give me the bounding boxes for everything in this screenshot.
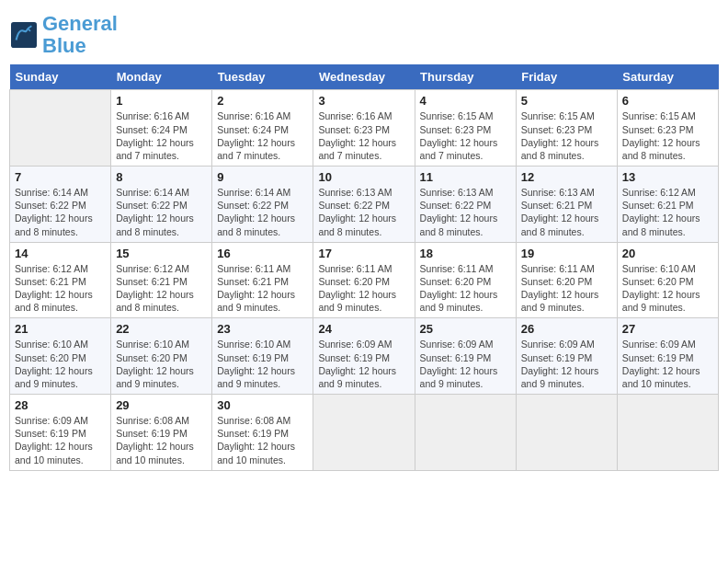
day-info: Sunrise: 6:15 AM Sunset: 6:23 PM Dayligh…: [420, 109, 511, 162]
logo: General Blue: [9, 13, 118, 57]
day-info: Sunrise: 6:09 AM Sunset: 6:19 PM Dayligh…: [15, 414, 106, 466]
day-info: Sunrise: 6:16 AM Sunset: 6:23 PM Dayligh…: [318, 109, 409, 162]
day-header-monday: Monday: [111, 64, 212, 90]
day-number: 16: [217, 247, 308, 260]
calendar-cell: 30Sunrise: 6:08 AM Sunset: 6:19 PM Dayli…: [212, 395, 313, 471]
day-number: 7: [15, 170, 106, 184]
calendar-cell: 29Sunrise: 6:08 AM Sunset: 6:19 PM Dayli…: [111, 395, 212, 471]
calendar-cell: 21Sunrise: 6:10 AM Sunset: 6:20 PM Dayli…: [10, 318, 111, 395]
day-number: 25: [420, 322, 511, 336]
calendar-week-4: 21Sunrise: 6:10 AM Sunset: 6:20 PM Dayli…: [10, 318, 719, 395]
day-number: 12: [521, 170, 612, 184]
day-info: Sunrise: 6:10 AM Sunset: 6:20 PM Dayligh…: [15, 338, 106, 390]
calendar-cell: 15Sunrise: 6:12 AM Sunset: 6:21 PM Dayli…: [111, 242, 212, 318]
calendar-cell: 5Sunrise: 6:15 AM Sunset: 6:23 PM Daylig…: [516, 90, 617, 167]
calendar-cell: 20Sunrise: 6:10 AM Sunset: 6:20 PM Dayli…: [617, 242, 718, 318]
calendar-week-3: 14Sunrise: 6:12 AM Sunset: 6:21 PM Dayli…: [10, 242, 719, 318]
day-info: Sunrise: 6:11 AM Sunset: 6:20 PM Dayligh…: [420, 262, 511, 315]
day-number: 28: [15, 398, 106, 412]
day-number: 4: [420, 94, 511, 108]
calendar-table: SundayMondayTuesdayWednesdayThursdayFrid…: [9, 64, 719, 470]
calendar-cell: 6Sunrise: 6:15 AM Sunset: 6:23 PM Daylig…: [617, 90, 718, 167]
day-info: Sunrise: 6:14 AM Sunset: 6:22 PM Dayligh…: [116, 186, 207, 238]
calendar-cell: 9Sunrise: 6:14 AM Sunset: 6:22 PM Daylig…: [212, 167, 313, 243]
day-info: Sunrise: 6:11 AM Sunset: 6:20 PM Dayligh…: [318, 262, 409, 315]
calendar-cell: 19Sunrise: 6:11 AM Sunset: 6:20 PM Dayli…: [516, 242, 617, 318]
day-header-friday: Friday: [516, 64, 617, 90]
day-header-sunday: Sunday: [10, 64, 111, 90]
calendar-cell: 18Sunrise: 6:11 AM Sunset: 6:20 PM Dayli…: [415, 242, 516, 318]
day-info: Sunrise: 6:10 AM Sunset: 6:20 PM Dayligh…: [622, 262, 713, 315]
calendar-cell: 28Sunrise: 6:09 AM Sunset: 6:19 PM Dayli…: [10, 395, 111, 471]
logo-icon: [11, 22, 37, 48]
calendar-cell: 23Sunrise: 6:10 AM Sunset: 6:19 PM Dayli…: [212, 318, 313, 395]
day-number: 24: [318, 322, 409, 336]
calendar-cell: [617, 395, 718, 471]
day-info: Sunrise: 6:08 AM Sunset: 6:19 PM Dayligh…: [217, 414, 308, 466]
calendar-cell: 27Sunrise: 6:09 AM Sunset: 6:19 PM Dayli…: [617, 318, 718, 395]
day-info: Sunrise: 6:09 AM Sunset: 6:19 PM Dayligh…: [318, 338, 409, 390]
day-number: 9: [217, 170, 308, 184]
day-info: Sunrise: 6:16 AM Sunset: 6:24 PM Dayligh…: [116, 109, 207, 162]
calendar-body: 1Sunrise: 6:16 AM Sunset: 6:24 PM Daylig…: [10, 90, 719, 470]
day-number: 15: [116, 247, 207, 260]
calendar-week-5: 28Sunrise: 6:09 AM Sunset: 6:19 PM Dayli…: [10, 395, 719, 471]
day-number: 11: [420, 170, 511, 184]
day-info: Sunrise: 6:09 AM Sunset: 6:19 PM Dayligh…: [521, 338, 612, 390]
day-number: 30: [217, 398, 308, 412]
calendar-cell: 17Sunrise: 6:11 AM Sunset: 6:20 PM Dayli…: [313, 242, 415, 318]
day-info: Sunrise: 6:12 AM Sunset: 6:21 PM Dayligh…: [15, 262, 106, 315]
day-number: 1: [116, 94, 207, 108]
day-info: Sunrise: 6:15 AM Sunset: 6:23 PM Dayligh…: [521, 109, 612, 162]
calendar-cell: [516, 395, 617, 471]
day-number: 20: [622, 247, 713, 260]
day-info: Sunrise: 6:09 AM Sunset: 6:19 PM Dayligh…: [420, 338, 511, 390]
day-info: Sunrise: 6:11 AM Sunset: 6:20 PM Dayligh…: [521, 262, 612, 315]
day-number: 29: [116, 398, 207, 412]
day-info: Sunrise: 6:15 AM Sunset: 6:23 PM Dayligh…: [622, 109, 713, 162]
day-header-thursday: Thursday: [415, 64, 516, 90]
day-number: 13: [622, 170, 713, 184]
calendar-cell: 10Sunrise: 6:13 AM Sunset: 6:22 PM Dayli…: [313, 167, 415, 243]
day-number: 18: [420, 247, 511, 260]
day-info: Sunrise: 6:16 AM Sunset: 6:24 PM Dayligh…: [217, 109, 308, 162]
page-header: General Blue: [9, 9, 719, 57]
calendar-week-2: 7Sunrise: 6:14 AM Sunset: 6:22 PM Daylig…: [10, 167, 719, 243]
calendar-cell: 7Sunrise: 6:14 AM Sunset: 6:22 PM Daylig…: [10, 167, 111, 243]
calendar-cell: 14Sunrise: 6:12 AM Sunset: 6:21 PM Dayli…: [10, 242, 111, 318]
calendar-cell: [313, 395, 415, 471]
svg-rect-0: [11, 22, 37, 48]
calendar-cell: 3Sunrise: 6:16 AM Sunset: 6:23 PM Daylig…: [313, 90, 415, 167]
day-number: 3: [318, 94, 409, 108]
day-header-saturday: Saturday: [617, 64, 718, 90]
day-header-tuesday: Tuesday: [212, 64, 313, 90]
day-number: 14: [15, 247, 106, 260]
day-number: 23: [217, 322, 308, 336]
day-info: Sunrise: 6:13 AM Sunset: 6:22 PM Dayligh…: [420, 186, 511, 238]
day-info: Sunrise: 6:13 AM Sunset: 6:22 PM Dayligh…: [318, 186, 409, 238]
day-number: 10: [318, 170, 409, 184]
day-number: 17: [318, 247, 409, 260]
calendar-cell: 1Sunrise: 6:16 AM Sunset: 6:24 PM Daylig…: [111, 90, 212, 167]
calendar-cell: 4Sunrise: 6:15 AM Sunset: 6:23 PM Daylig…: [415, 90, 516, 167]
calendar-cell: 25Sunrise: 6:09 AM Sunset: 6:19 PM Dayli…: [415, 318, 516, 395]
day-info: Sunrise: 6:12 AM Sunset: 6:21 PM Dayligh…: [622, 186, 713, 238]
day-info: Sunrise: 6:14 AM Sunset: 6:22 PM Dayligh…: [217, 186, 308, 238]
calendar-week-1: 1Sunrise: 6:16 AM Sunset: 6:24 PM Daylig…: [10, 90, 719, 167]
day-number: 5: [521, 94, 612, 108]
day-number: 8: [116, 170, 207, 184]
calendar-header: SundayMondayTuesdayWednesdayThursdayFrid…: [10, 64, 719, 90]
day-info: Sunrise: 6:08 AM Sunset: 6:19 PM Dayligh…: [116, 414, 207, 466]
day-info: Sunrise: 6:11 AM Sunset: 6:21 PM Dayligh…: [217, 262, 308, 315]
calendar-cell: 11Sunrise: 6:13 AM Sunset: 6:22 PM Dayli…: [415, 167, 516, 243]
day-info: Sunrise: 6:12 AM Sunset: 6:21 PM Dayligh…: [116, 262, 207, 315]
calendar-cell: 22Sunrise: 6:10 AM Sunset: 6:20 PM Dayli…: [111, 318, 212, 395]
calendar-cell: 16Sunrise: 6:11 AM Sunset: 6:21 PM Dayli…: [212, 242, 313, 318]
header-row: SundayMondayTuesdayWednesdayThursdayFrid…: [10, 64, 719, 90]
day-number: 2: [217, 94, 308, 108]
day-info: Sunrise: 6:10 AM Sunset: 6:20 PM Dayligh…: [116, 338, 207, 390]
day-info: Sunrise: 6:09 AM Sunset: 6:19 PM Dayligh…: [622, 338, 713, 390]
day-number: 26: [521, 322, 612, 336]
logo-text: General: [42, 13, 118, 35]
calendar-cell: 2Sunrise: 6:16 AM Sunset: 6:24 PM Daylig…: [212, 90, 313, 167]
